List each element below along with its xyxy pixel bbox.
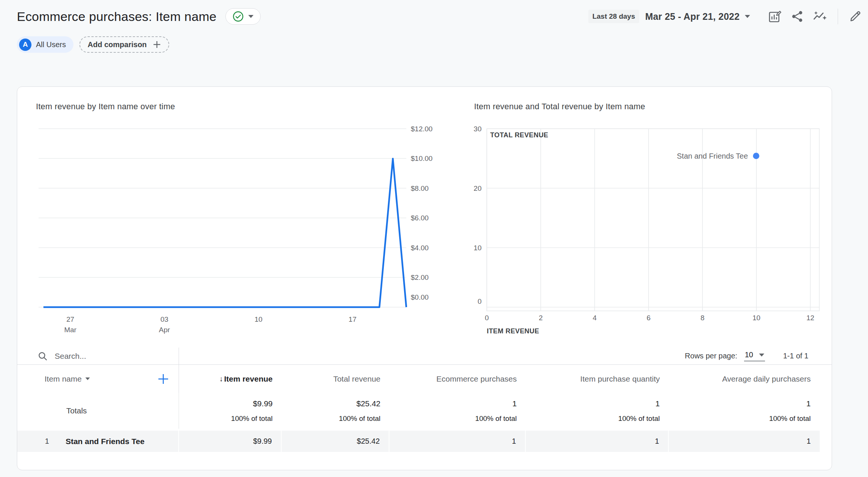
date-range-chevron-icon[interactable]	[745, 15, 750, 18]
svg-text:12: 12	[806, 314, 814, 322]
svg-text:20: 20	[474, 184, 482, 192]
segment-chip-all-users[interactable]: A All Users	[17, 36, 73, 53]
title-row: Ecommerce purchases: Item name Last 28 d…	[17, 7, 863, 26]
svg-text:03: 03	[160, 315, 168, 323]
column-header-item-revenue[interactable]: ↓ Item revenue	[179, 365, 282, 393]
svg-text:$10.00: $10.00	[411, 155, 433, 162]
check-circle-icon	[233, 11, 244, 22]
customize-report-icon[interactable]	[767, 9, 782, 24]
column-header-average-daily-purchasers[interactable]: Average daily purchasers	[669, 365, 820, 393]
date-preset-badge: Last 28 days	[588, 10, 639, 23]
scatter-chart-title: Item revenue and Total revenue by Item n…	[474, 102, 645, 111]
svg-text:$6.00: $6.00	[411, 214, 429, 222]
svg-text:Apr: Apr	[159, 326, 170, 334]
svg-text:$12.00: $12.00	[411, 125, 433, 133]
table-row: 1 Stan and Friends Tee $9.99 $25.42 1 1 …	[17, 431, 820, 452]
svg-text:$4.00: $4.00	[411, 244, 429, 252]
data-table: Rows per page: 10 1-1 of 1 Item name	[17, 348, 832, 452]
segment-chips-row: A All Users Add comparison	[17, 36, 169, 53]
cell-item-purchase-quantity: 1	[526, 431, 669, 452]
scatter-chart: 0246810120102030TOTAL REVENUEITEM REVENU…	[458, 116, 833, 349]
table-totals-row: Totals $9.99 100% of total $25.42 100% o…	[17, 393, 832, 429]
totals-average-daily-purchasers: 1 100% of total	[669, 393, 820, 429]
report-card: Item revenue by Item name over time Item…	[17, 86, 832, 470]
share-icon[interactable]	[790, 9, 805, 24]
page-range-label: 1-1 of 1	[783, 352, 808, 360]
topbar-right: Last 28 days Mar 25 - Apr 21, 2022	[588, 9, 863, 24]
svg-text:$8.00: $8.00	[411, 184, 429, 192]
insights-icon[interactable]	[812, 9, 828, 24]
date-range-label[interactable]: Mar 25 - Apr 21, 2022	[645, 11, 740, 22]
cell-item-name: 1 Stan and Friends Tee	[17, 431, 179, 452]
edit-icon[interactable]	[848, 9, 863, 24]
rows-per-page-value: 10	[745, 351, 753, 359]
table-search	[17, 348, 179, 364]
svg-text:10: 10	[752, 314, 760, 322]
svg-text:27: 27	[66, 315, 74, 323]
svg-text:17: 17	[349, 315, 356, 323]
toolbar-divider	[838, 9, 838, 24]
segment-avatar: A	[19, 39, 31, 51]
pagination-controls: Rows per page: 10 1-1 of 1	[179, 348, 832, 364]
svg-text:10: 10	[474, 244, 482, 252]
plus-icon	[152, 40, 162, 49]
segment-label: All Users	[36, 40, 66, 49]
svg-text:Mar: Mar	[64, 326, 76, 334]
chevron-down-icon	[248, 15, 254, 18]
add-column-button[interactable]	[156, 372, 170, 386]
cell-average-daily-purchasers: 1	[669, 431, 820, 452]
column-header-total-revenue[interactable]: Total revenue	[282, 365, 389, 393]
totals-label: Totals	[66, 406, 87, 415]
svg-text:10: 10	[255, 315, 262, 323]
search-icon	[37, 351, 48, 361]
page-title: Ecommerce purchases: Item name	[17, 9, 216, 24]
svg-text:0: 0	[485, 314, 489, 322]
totals-total-revenue: $25.42 100% of total	[282, 393, 389, 429]
line-chart-title: Item revenue by Item name over time	[36, 102, 175, 111]
svg-text:2: 2	[539, 314, 543, 322]
svg-text:Stan and Friends Tee: Stan and Friends Tee	[677, 152, 748, 160]
plus-icon	[156, 372, 170, 386]
svg-text:8: 8	[701, 314, 705, 322]
rows-per-page-select[interactable]: 10	[744, 351, 765, 361]
svg-text:30: 30	[474, 125, 482, 133]
totals-item-purchase-quantity: 1 100% of total	[526, 393, 669, 429]
add-comparison-label: Add comparison	[88, 40, 147, 49]
sort-descending-icon: ↓	[219, 374, 223, 383]
svg-text:ITEM REVENUE: ITEM REVENUE	[487, 327, 539, 335]
line-chart: $0.00$2.00$4.00$6.00$8.00$10.00$12.0027M…	[17, 116, 450, 342]
cell-item-revenue: $9.99	[179, 431, 282, 452]
dimension-chevron-icon	[85, 377, 90, 380]
add-comparison-button[interactable]: Add comparison	[79, 36, 169, 53]
report-status-dropdown[interactable]	[225, 8, 261, 25]
table-toolbar-row: Rows per page: 10 1-1 of 1	[17, 348, 832, 365]
row-index: 1	[45, 437, 49, 446]
search-input[interactable]	[55, 352, 160, 361]
column-header-item-name[interactable]: Item name	[17, 365, 179, 393]
column-header-ecommerce-purchases[interactable]: Ecommerce purchases	[389, 365, 526, 393]
row-item-name: Stan and Friends Tee	[66, 437, 145, 446]
topbar-icons	[767, 9, 863, 24]
rows-per-page-chevron-icon	[759, 354, 764, 357]
svg-text:$2.00: $2.00	[411, 273, 429, 281]
cell-total-revenue: $25.42	[282, 431, 389, 452]
column-header-item-purchase-quantity[interactable]: Item purchase quantity	[526, 365, 669, 393]
cell-ecommerce-purchases: 1	[389, 431, 526, 452]
totals-item-revenue: $9.99 100% of total	[179, 393, 282, 429]
svg-text:$0.00: $0.00	[411, 293, 429, 301]
svg-text:4: 4	[593, 314, 597, 322]
rows-per-page-label: Rows per page:	[685, 352, 737, 360]
totals-ecommerce-purchases: 1 100% of total	[389, 393, 526, 429]
svg-text:6: 6	[647, 314, 651, 322]
svg-text:TOTAL REVENUE: TOTAL REVENUE	[490, 131, 548, 139]
svg-text:0: 0	[477, 297, 482, 305]
table-header-row: Item name ↓ Item revenue Total revenue E…	[17, 365, 832, 393]
